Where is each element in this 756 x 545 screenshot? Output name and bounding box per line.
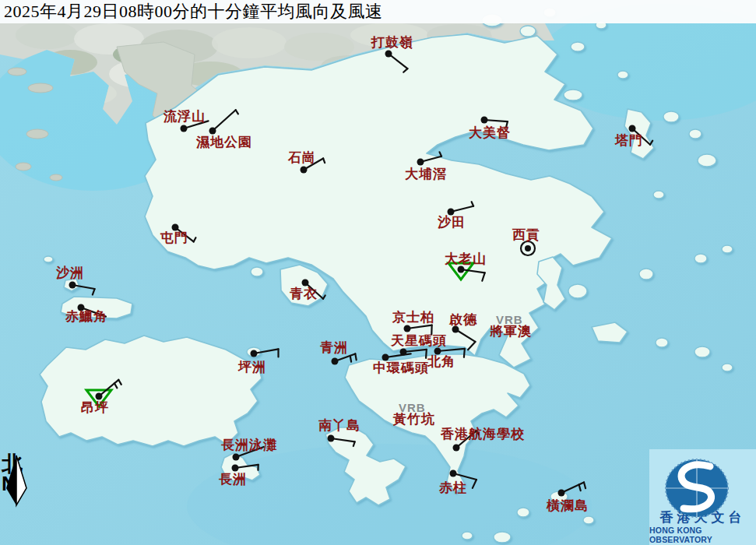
- station-label: 京士柏: [392, 311, 434, 324]
- station-label: 赤柱: [439, 481, 467, 494]
- station-label: 將軍澳: [490, 325, 532, 338]
- map-title-bar: 2025年4月29日08時00分的十分鐘平均風向及風速: [0, 0, 756, 23]
- station-label: 石崗: [288, 151, 316, 164]
- hong-kong-basemap: [0, 0, 756, 545]
- station-label: 大美督: [469, 126, 511, 139]
- station-label: 黃竹坑: [393, 413, 435, 426]
- station-label: 長洲泳灘: [221, 438, 277, 452]
- station-label: 屯門: [160, 231, 188, 244]
- station-label: 濕地公園: [196, 135, 252, 149]
- station-label: 打鼓嶺: [371, 36, 413, 49]
- station-label: 大老山: [445, 252, 487, 265]
- station-label: 塔門: [615, 134, 643, 147]
- compass-needle-icon: [2, 454, 33, 508]
- station-label: 香港航海學校: [441, 427, 525, 441]
- station-label: 長洲: [219, 473, 247, 486]
- station-label: 赤鱲角: [65, 310, 107, 323]
- station-label: 南丫島: [318, 419, 360, 432]
- station-label: 大埔滘: [405, 167, 447, 181]
- hko-emblem-icon: [649, 449, 756, 510]
- station-label: 坪洲: [238, 360, 266, 374]
- station-label: 中環碼頭: [373, 361, 429, 374]
- north-indicator: 北 N: [2, 454, 33, 493]
- station-label: 啟德: [449, 313, 477, 326]
- hko-name-english: HONG KONG OBSERVATORY: [649, 526, 756, 545]
- wind-map: 打鼓嶺流浮山濕地公園石崗大埔滘大美督塔門沙田西貢大老山屯門沙洲赤鱲角青衣青洲京士…: [0, 0, 756, 545]
- station-label: 沙洲: [56, 266, 84, 280]
- station-label: 昂坪: [81, 401, 109, 414]
- station-label: 天星碼頭: [391, 334, 447, 347]
- station-label: 北角: [427, 355, 455, 368]
- station-label: 西貢: [512, 228, 540, 241]
- station-label: 青洲: [320, 341, 348, 354]
- station-label: 青衣: [290, 287, 318, 301]
- map-title: 2025年4月29日08時00分的十分鐘平均風向及風速: [0, 0, 383, 23]
- station-label: 橫瀾島: [547, 499, 589, 512]
- station-label: 沙田: [438, 216, 466, 229]
- station-label: 流浮山: [164, 110, 206, 123]
- hko-logo: 香港天文台 HONG KONG OBSERVATORY: [649, 449, 756, 545]
